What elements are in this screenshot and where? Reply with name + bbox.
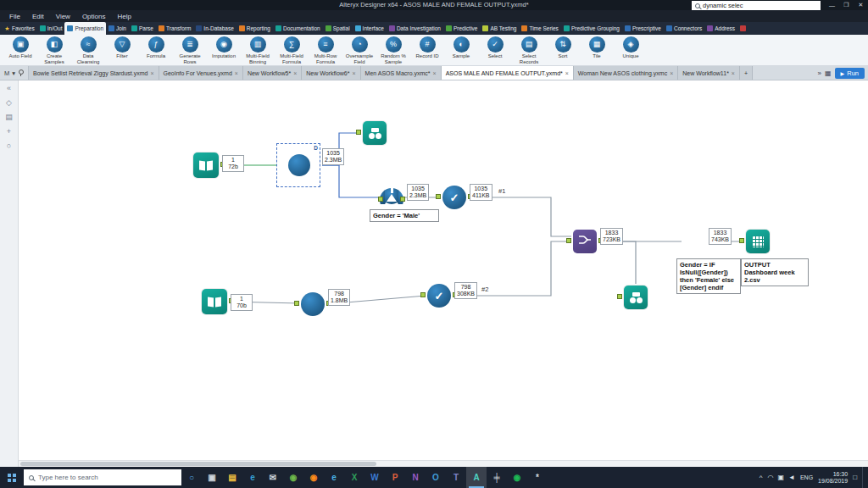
ribbon-tab-in-out[interactable]: In/Out <box>37 22 65 35</box>
ribbon-tab-parse[interactable]: Parse <box>129 22 156 35</box>
taskbar-mail[interactable]: ✉ <box>263 467 283 488</box>
collapse-panel-icon[interactable]: « <box>7 85 11 92</box>
taskbar-tableau[interactable]: ╪ <box>487 467 507 488</box>
node-select-2[interactable]: ✓ <box>427 284 451 308</box>
tool-annotation[interactable]: Gender = 'Male' <box>370 209 439 222</box>
ribbon-tab-more[interactable] <box>737 22 748 35</box>
tool-imputation[interactable]: ◉Imputation <box>207 36 241 59</box>
close-tab-icon[interactable]: × <box>732 70 735 76</box>
node-tool-2[interactable] <box>301 292 325 316</box>
ribbon-tab-join[interactable]: Join <box>106 22 129 35</box>
tool-oversample-field[interactable]: ◔Oversample Field <box>342 36 376 64</box>
tool-filter[interactable]: ▽Filter <box>105 36 139 59</box>
shield-icon[interactable]: ▣ <box>777 474 784 481</box>
taskbar-spotify[interactable]: ◉ <box>507 467 527 488</box>
action-center-icon[interactable]: □ <box>853 474 857 481</box>
taskbar-task-view[interactable]: ▣ <box>202 467 222 488</box>
horizontal-scrollbar[interactable] <box>19 460 868 467</box>
onedrive-icon[interactable]: ◠ <box>767 474 773 481</box>
find-panel-icon[interactable]: ○ <box>7 142 11 150</box>
close-tab-icon[interactable]: × <box>433 70 437 76</box>
taskbar-settings[interactable]: * <box>527 467 548 488</box>
taskbar-word[interactable]: W <box>364 467 385 488</box>
node-output-csv[interactable] <box>746 230 770 253</box>
taskbar-powerpoint[interactable]: P <box>385 467 405 488</box>
ribbon-tab-predictive[interactable]: Predictive <box>443 22 481 35</box>
doc-tab-new-workflow11[interactable]: New Workflow11*× <box>678 66 740 80</box>
tool-unique[interactable]: ◈Unique <box>614 36 648 59</box>
ribbon-tab-data-investigation[interactable]: Data Investigation <box>387 22 443 35</box>
node-dynamic-select[interactable] <box>288 154 310 176</box>
ribbon-tab-favorites[interactable]: ★Favorites <box>2 22 37 35</box>
taskbar-cortana[interactable]: ○ <box>181 467 202 488</box>
ribbon-tab-transform[interactable]: Transform <box>156 22 193 35</box>
tool-multi-field-formula[interactable]: ∑Multi-Field Formula <box>275 36 309 64</box>
chevron-down-icon[interactable]: ▾ <box>12 69 15 77</box>
node-union[interactable] <box>573 230 597 253</box>
doc-tab-woman-new-asos-clothing-yxmc[interactable]: Woman New ASOS clothing.yxmc× <box>574 66 678 80</box>
node-formula-male[interactable] <box>380 188 403 212</box>
taskbar-onenote[interactable]: N <box>405 467 426 488</box>
show-desktop-button[interactable] <box>862 467 865 488</box>
taskbar-chrome[interactable]: ◉ <box>283 467 303 488</box>
close-tab-icon[interactable]: × <box>293 70 297 76</box>
taskbar-search-input[interactable]: Type here to search <box>24 469 181 485</box>
doc-tab-new-workflow5[interactable]: New Workflow5*× <box>243 66 302 80</box>
tool-tile[interactable]: ▦Tile <box>580 36 614 59</box>
tool-record-id[interactable]: #Record ID <box>410 36 444 59</box>
node-input-male[interactable] <box>193 152 219 178</box>
tool-create-samples[interactable]: ◧Create Samples <box>37 36 71 64</box>
taskbar-teams[interactable]: T <box>446 467 466 488</box>
new-tab-button[interactable]: + <box>740 66 753 80</box>
run-button[interactable]: ▶ Run <box>835 68 865 79</box>
tool-select-records[interactable]: ▤Select Records <box>512 36 546 64</box>
tool-sort[interactable]: ⇅Sort <box>546 36 580 59</box>
tab-overflow-button[interactable]: » <box>818 69 821 77</box>
restore-button[interactable]: ❐ <box>839 0 854 10</box>
results-panel-icon[interactable]: ▤ <box>5 114 13 121</box>
overview-panel-icon[interactable]: ◇ <box>6 99 12 107</box>
close-tab-icon[interactable]: × <box>235 70 238 76</box>
taskbar-firefox[interactable]: ◉ <box>303 467 324 488</box>
ribbon-tab-reporting[interactable]: Reporting <box>236 22 273 35</box>
clock[interactable]: 16:30 19/08/2019 <box>818 471 848 485</box>
node-select-1[interactable]: ✓ <box>442 186 466 209</box>
hidden-icons-chevron[interactable]: ^ <box>760 474 763 481</box>
close-tab-icon[interactable]: × <box>565 70 569 76</box>
tool-multi-field-binning[interactable]: ▥Multi-Field Binning <box>241 36 275 64</box>
pin-icon[interactable] <box>18 69 24 76</box>
ribbon-tab-predictive-grouping[interactable]: Predictive Grouping <box>561 22 622 35</box>
global-search-input[interactable]: dynamic selec <box>692 1 821 10</box>
tool-select[interactable]: ✓Select <box>478 36 512 59</box>
wire-select-to-formula[interactable] <box>322 165 378 197</box>
close-button[interactable]: ✕ <box>854 0 868 10</box>
minimize-button[interactable]: — <box>825 0 839 10</box>
menu-file[interactable]: File <box>3 13 26 20</box>
tab-list-icon[interactable]: ▦ <box>825 69 832 77</box>
taskbar-outlook[interactable]: O <box>426 467 446 488</box>
menu-options[interactable]: Options <box>76 13 112 20</box>
tool-auto-field[interactable]: ▣Auto Field <box>3 36 37 59</box>
ribbon-tab-documentation[interactable]: Documentation <box>273 22 323 35</box>
scrollbar-thumb[interactable] <box>20 462 376 466</box>
menu-view[interactable]: View <box>50 13 76 20</box>
tool-annotation[interactable]: OUTPUT Dashboard week 2.csv <box>741 258 809 286</box>
ribbon-tab-preparation[interactable]: Preparation <box>64 22 106 35</box>
close-tab-icon[interactable]: × <box>670 70 673 76</box>
node-browse-bottom[interactable] <box>624 286 648 309</box>
wire-union-to-browse2[interactable] <box>598 241 636 284</box>
doc-tab-men-asos-macro-yxmc[interactable]: Men ASOS Macro.yxmc*× <box>361 66 442 80</box>
tool-random-sample[interactable]: %Random % Sample <box>376 36 410 64</box>
wire-select1-to-union[interactable] <box>468 197 571 236</box>
close-tab-icon[interactable]: × <box>352 70 355 76</box>
tool-sample[interactable]: ◐Sample <box>444 36 478 59</box>
tool-annotation[interactable]: Gender = IF IsNull([Gender]) then 'Femal… <box>676 258 741 294</box>
start-button[interactable] <box>0 467 24 488</box>
tab-menu-button[interactable]: M <box>4 69 9 77</box>
workflow-canvas[interactable]: D✓✓172b10352.3MB10352.3MB1035411KB170b79… <box>19 80 868 467</box>
tool-generate-rows[interactable]: ≣Generate Rows <box>173 36 207 64</box>
tool-data-cleansing[interactable]: ≈Data Cleansing <box>71 36 105 64</box>
menu-help[interactable]: Help <box>111 13 136 20</box>
add-panel-icon[interactable]: + <box>7 128 11 136</box>
ribbon-tab-in-database[interactable]: In-Database <box>193 22 236 35</box>
